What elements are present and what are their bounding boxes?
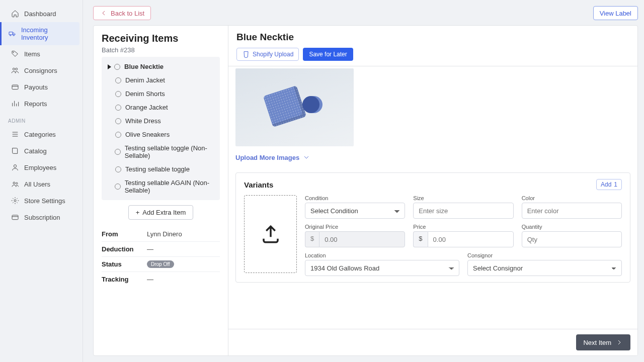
price-input[interactable]: $ (413, 231, 513, 247)
detail-header: Blue Necktie Shopify Upload Save for Lat… (228, 26, 637, 66)
arrow-left-icon (100, 9, 108, 17)
main-area: Back to List View Label Receiving Items … (83, 0, 644, 362)
batch-number: Batch #238 (102, 46, 220, 54)
batch-meta: FromLynn Dinero Deduction— StatusDrop Of… (102, 227, 220, 287)
svg-point-4 (16, 68, 18, 70)
sidebar-item-all-users[interactable]: All Users (3, 176, 79, 192)
variant-fields: Condition Select Condition Size Color Or… (305, 195, 622, 276)
detail-body[interactable]: Upload More Images Variants Add 1 (228, 66, 637, 329)
receiving-item[interactable]: Denim Shorts (104, 87, 218, 101)
home-icon (11, 10, 19, 18)
next-item-button[interactable]: Next Item (576, 334, 630, 350)
quantity-input[interactable] (522, 231, 622, 247)
color-input[interactable] (522, 203, 622, 219)
back-to-list-button[interactable]: Back to List (93, 6, 151, 20)
upload-more-images-link[interactable]: Upload More Images (235, 153, 630, 161)
radio-icon[interactable] (115, 166, 121, 172)
consignor-select[interactable]: Select Consignor (467, 260, 622, 276)
receiving-item[interactable]: Blue Necktie (104, 60, 218, 73)
sidebar-item-categories[interactable]: Categories (3, 126, 79, 142)
detail-title: Blue Necktie (236, 32, 629, 43)
radio-icon[interactable] (115, 149, 121, 155)
truck-icon (8, 30, 16, 38)
condition-select[interactable]: Select Condition (305, 203, 405, 219)
sidebar-item-incoming-inventory[interactable]: Incoming Inventory (0, 22, 79, 45)
size-input[interactable] (413, 203, 513, 219)
radio-icon[interactable] (115, 184, 121, 190)
sidebar-item-items[interactable]: Items (3, 46, 79, 62)
sidebar-item-consignors[interactable]: Consignors (3, 62, 79, 78)
receiving-title: Receiving Items (102, 33, 220, 44)
sidebar-item-reports[interactable]: Reports (3, 96, 79, 112)
detail-panel: Blue Necktie Shopify Upload Save for Lat… (228, 26, 637, 355)
sidebar-item-catalog[interactable]: Catalog (3, 143, 79, 159)
shopify-icon (242, 50, 250, 58)
arrow-right-icon (615, 338, 623, 346)
sidebar-item-dashboard[interactable]: Dashboard (3, 6, 79, 22)
radio-icon[interactable] (115, 118, 121, 124)
receiving-item[interactable]: White Dress (104, 114, 218, 128)
svg-point-2 (13, 52, 14, 53)
receiving-item[interactable]: Testing sellable toggle (104, 162, 218, 176)
radio-icon[interactable] (115, 77, 121, 83)
bars-icon (11, 100, 19, 108)
book-icon (11, 147, 19, 155)
item-list[interactable]: Blue NecktieDenim JacketDenim ShortsOran… (102, 57, 220, 200)
receiving-item[interactable]: Denim Jacket (104, 73, 218, 87)
chevron-down-icon (302, 153, 310, 161)
svg-point-7 (13, 182, 15, 184)
receiving-item[interactable]: Orange Jacket (104, 101, 218, 114)
sidebar: DashboardIncoming InventoryItemsConsigno… (0, 0, 83, 362)
svg-point-8 (16, 183, 18, 184)
view-label-button[interactable]: View Label (593, 6, 638, 20)
sidebar-item-payouts[interactable]: Payouts (3, 79, 79, 95)
sidebar-item-employees[interactable]: Employees (3, 159, 79, 175)
gear-icon (11, 197, 19, 205)
card-icon (11, 83, 19, 91)
meta-tracking: — (147, 276, 153, 283)
radio-icon[interactable] (115, 91, 121, 97)
sidebar-admin-header: ADMIN (0, 112, 83, 126)
svg-point-9 (14, 200, 16, 202)
receiving-panel: Receiving Items Batch #238 Blue NecktieD… (94, 26, 228, 355)
meta-from: Lynn Dinero (147, 230, 182, 238)
save-for-later-button[interactable]: Save for Later (303, 48, 353, 61)
product-thumbnail[interactable] (235, 68, 354, 146)
receiving-item[interactable]: Testing sellable AGAIN (Non-Sellable) (104, 176, 218, 197)
svg-point-0 (10, 35, 11, 36)
user-icon (11, 163, 19, 171)
status-badge: Drop Off (147, 260, 174, 268)
meta-deduction: — (147, 245, 153, 253)
svg-rect-5 (12, 85, 18, 89)
variant-image-upload[interactable] (244, 195, 297, 273)
content-panel: Receiving Items Batch #238 Blue NecktieD… (93, 25, 638, 356)
radio-icon[interactable] (115, 105, 121, 111)
svg-point-1 (13, 35, 14, 36)
receiving-item[interactable]: Testing sellable toggle (Non-Sellable) (104, 141, 218, 162)
original-price-input: $ (305, 231, 405, 247)
upload-icon (260, 224, 281, 245)
radio-icon[interactable] (115, 132, 121, 138)
detail-footer: Next Item (228, 329, 637, 355)
plus-icon: + (136, 209, 140, 216)
receiving-item[interactable]: Olive Sneakers (104, 128, 218, 141)
svg-point-6 (14, 165, 16, 167)
radio-icon[interactable] (114, 64, 120, 70)
svg-rect-10 (12, 215, 18, 220)
group-icon (11, 180, 19, 188)
variants-title: Variants (244, 180, 273, 189)
variant-count: 1 (614, 181, 617, 188)
add-variant-button[interactable]: Add 1 (596, 179, 622, 190)
variants-card: Variants Add 1 Condition Select Conditio (235, 172, 630, 283)
necktie-image (267, 85, 323, 130)
shopify-upload-button[interactable]: Shopify Upload (236, 48, 299, 61)
list-icon (11, 130, 19, 138)
location-select[interactable]: 1934 Old Gallows Road (305, 260, 459, 276)
caret-right-icon (108, 64, 111, 69)
sidebar-item-subscription[interactable]: Subscription (3, 209, 79, 225)
add-extra-item-button[interactable]: + Add Extra Item (128, 205, 194, 220)
topbar: Back to List View Label (93, 6, 638, 20)
sidebar-item-store-settings[interactable]: Store Settings (3, 193, 79, 209)
image-area: Upload More Images (235, 66, 630, 165)
tag-icon (11, 50, 19, 58)
